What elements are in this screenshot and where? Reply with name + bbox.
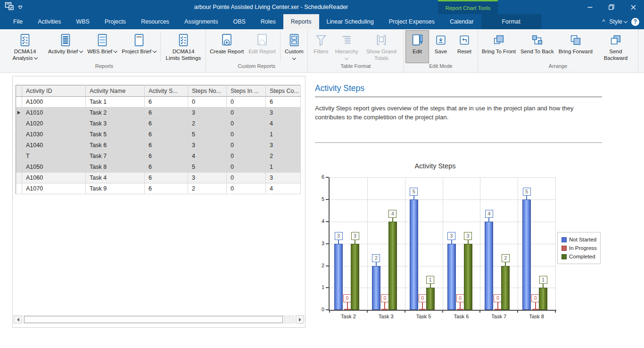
column-header-steps-in[interactable]: Steps In ... — [227, 85, 266, 97]
chart-bar[interactable] — [522, 199, 531, 310]
table-cell: A1040 — [22, 140, 86, 151]
doc-dashed-icon — [255, 32, 269, 49]
reset-button[interactable]: Reset — [453, 30, 476, 63]
table-row[interactable]: A1040Task 66303 — [16, 140, 301, 151]
current-row-arrow-icon — [17, 111, 20, 115]
button-label: Hierarchy — [335, 49, 358, 55]
custom-button[interactable]: Custom — [282, 30, 306, 63]
row-selector-cell[interactable] — [16, 140, 22, 151]
tab-projects[interactable]: Projects — [97, 14, 133, 29]
app-icon[interactable] — [5, 2, 14, 12]
send-backward-button[interactable]: Send Backward — [595, 30, 636, 63]
gridline — [555, 177, 556, 310]
bar-value-label: 2 — [372, 254, 380, 262]
chart-bar[interactable] — [485, 222, 493, 310]
table-cell: A1060 — [22, 173, 86, 183]
chart-bar[interactable] — [501, 266, 510, 310]
table-cell: 0 — [227, 140, 266, 151]
edit-button[interactable]: Edit — [405, 30, 429, 63]
left-arrow-icon — [17, 318, 19, 322]
table-row[interactable]: A1010Task 26303 — [16, 108, 301, 118]
table-cell: 4 — [188, 151, 227, 162]
collapse-ribbon-icon[interactable]: ^ — [603, 18, 605, 25]
table-row[interactable]: A1070Task 96204 — [16, 183, 301, 194]
row-selector-cell[interactable] — [16, 151, 22, 162]
row-selector-cell[interactable] — [16, 129, 22, 140]
create-report-button[interactable]: Create Report — [207, 30, 246, 63]
bar-value-label: 3 — [447, 232, 455, 240]
row-selector-cell[interactable] — [16, 162, 22, 173]
chart-bar[interactable] — [372, 266, 380, 310]
edit-report-button: Edit Report — [246, 30, 278, 63]
dcma14-limits-settings-button[interactable]: DCMA14 Limits Settings — [163, 30, 204, 63]
report-title: Activity Steps — [315, 83, 602, 97]
tab-obs[interactable]: OBS — [225, 14, 253, 29]
label-leader-line — [543, 284, 544, 288]
tab-project-expenses[interactable]: Project Expenses — [381, 14, 442, 29]
scrollbar-thumb[interactable] — [24, 316, 283, 323]
button-label: Edit Report — [248, 49, 276, 55]
save-button[interactable]: Save — [429, 30, 453, 63]
button-label: Bring Forward — [559, 49, 593, 55]
button-label: DCMA14 Limits Settings — [165, 49, 202, 61]
table-row[interactable]: A1020Task 36204 — [16, 118, 301, 129]
style-dropdown[interactable]: Style — [609, 18, 627, 25]
chart-bar[interactable] — [447, 244, 456, 310]
help-icon[interactable]: ? — [631, 18, 639, 26]
chart-bar[interactable] — [410, 199, 418, 310]
tab-activities[interactable]: Activities — [30, 14, 68, 29]
chart-bar[interactable] — [334, 244, 343, 310]
table-row[interactable]: A1000Task 16006 — [16, 97, 301, 108]
tab-linear-scheduling[interactable]: Linear Scheduling — [319, 14, 381, 29]
activity-brief-button[interactable]: Activity Brief — [46, 30, 85, 63]
scroll-left-button[interactable] — [14, 315, 22, 323]
minimize-button[interactable] — [579, 0, 601, 14]
tab-calendar[interactable]: Calendar — [442, 14, 481, 29]
project-brief-button[interactable]: Project Brief — [119, 30, 158, 63]
tab-reports[interactable]: Reports — [283, 14, 319, 29]
tab-roles[interactable]: Roles — [253, 14, 283, 29]
bring-forward-button[interactable]: Bring Forward — [556, 30, 595, 63]
column-header-steps-no[interactable]: Steps No... — [188, 85, 227, 97]
row-selector-cell[interactable] — [16, 183, 22, 194]
wbs-brief-button[interactable]: WBS Brief — [85, 30, 119, 63]
scroll-right-button[interactable] — [296, 315, 304, 323]
send-to-back-button[interactable]: Send To Back — [518, 30, 556, 63]
column-header-steps-co[interactable]: Steps Co... — [266, 85, 301, 97]
column-header-activity-name[interactable]: Activity Name — [86, 85, 145, 97]
row-selector-cell[interactable] — [16, 108, 22, 118]
bring-to-front-button[interactable]: Bring To Front — [479, 30, 518, 63]
chart-legend[interactable]: Not StartedIn ProgressCompleted — [557, 232, 601, 264]
ribbon-group-label: Custom Reports — [207, 63, 306, 72]
table-row[interactable]: A1050Task 86501 — [16, 162, 301, 173]
row-selector-cell[interactable] — [16, 118, 22, 129]
tab-assignments[interactable]: Assignments — [177, 14, 226, 29]
tab-wbs[interactable]: WBS — [68, 14, 97, 29]
ribbon-group-custom-reports: Create ReportEdit ReportCustomCustom Rep… — [206, 29, 308, 72]
x-axis-tick — [442, 311, 443, 313]
chart-bar[interactable] — [388, 222, 397, 310]
tab-file[interactable]: File — [6, 14, 30, 29]
close-button[interactable] — [622, 0, 644, 14]
table-row[interactable]: TTask 76402 — [16, 151, 301, 162]
column-header-activity-id[interactable]: Activity ID — [22, 85, 86, 97]
tab-resources[interactable]: Resources — [133, 14, 177, 29]
table-row[interactable]: A1060Task 46303 — [16, 173, 301, 183]
chart-bar[interactable] — [464, 244, 472, 310]
row-selector-cell[interactable] — [16, 97, 22, 108]
scrollbar-track[interactable] — [24, 315, 294, 323]
gridline — [480, 177, 480, 310]
x-axis — [329, 310, 556, 311]
row-selector-cell[interactable] — [16, 173, 22, 183]
chart-bar[interactable] — [351, 244, 359, 310]
table-row[interactable]: A1030Task 56501 — [16, 129, 301, 140]
restore-button[interactable] — [601, 0, 622, 14]
chart-bar[interactable] — [426, 288, 435, 310]
button-label: Edit — [413, 49, 422, 55]
chart-bar[interactable] — [539, 288, 547, 310]
column-header-activity-s[interactable]: Activity S... — [145, 85, 188, 97]
dcma14-analysis-button[interactable]: DCMA14 Analysis — [4, 30, 46, 63]
button-label: Show Grand Totals — [363, 49, 400, 61]
tab-format[interactable]: Format — [481, 14, 541, 29]
customize-quick-access-icon[interactable] — [19, 6, 22, 8]
